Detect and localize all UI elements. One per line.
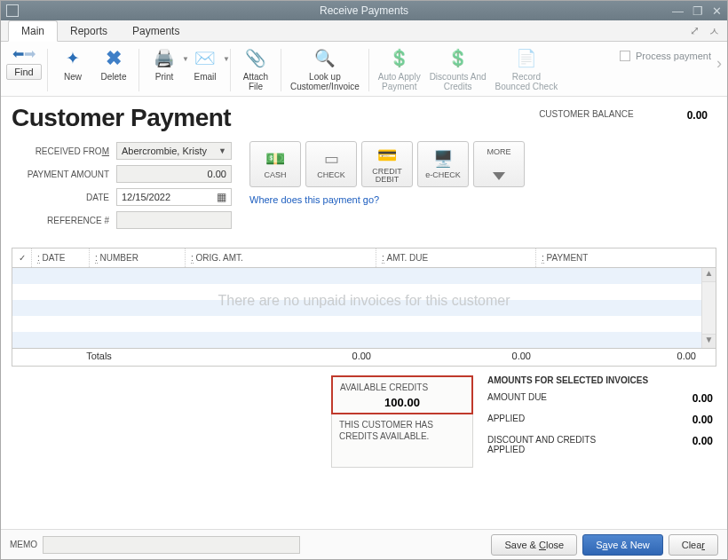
find-button[interactable]: Find (6, 64, 41, 80)
amounts-heading: AMOUNTS FOR SELECTED INVOICES (487, 375, 713, 385)
pay-method-check[interactable]: ▭ CHECK (305, 141, 357, 187)
available-credits-box: AVAILABLE CREDITS 100.00 THIS CUSTOMER H… (331, 375, 473, 468)
col-check[interactable]: ✓ (12, 248, 32, 267)
collapse-icon[interactable]: ㅅ (708, 24, 720, 40)
more-label: MORE (487, 148, 511, 156)
credit-card-icon: 💳 (374, 146, 400, 165)
paperclip-icon: 📎 (245, 50, 266, 68)
sparkle-icon: ✦ (66, 50, 80, 68)
process-payment-checkbox[interactable] (620, 51, 630, 61)
process-payment-label: Process payment (636, 51, 711, 61)
applied-label: APPLIED (487, 414, 525, 426)
customer-balance-label: CUSTOMER BALANCE (539, 109, 634, 122)
check-icon: ▭ (318, 149, 344, 169)
attach-file-label: Attach File (243, 72, 268, 91)
chevron-down-icon: ▼ (218, 146, 226, 155)
next-arrow-icon[interactable]: ➡ (24, 45, 36, 62)
record-bounced-check-button[interactable]: 📄 Record Bounced Check (492, 45, 562, 93)
minimize-icon[interactable]: — (672, 4, 684, 18)
auto-apply-icon: 💲 (389, 50, 410, 68)
date-input[interactable]: 12/15/2022 ▦ (116, 188, 232, 206)
window-menu-icon[interactable] (6, 4, 19, 17)
scroll-up-icon[interactable]: ▲ (702, 268, 716, 282)
discount-credits-applied-value: 0.00 (692, 435, 713, 454)
echeck-icon: 🖥️ (430, 149, 456, 169)
pay-method-credit[interactable]: 💳 CREDIT DEBIT (361, 141, 413, 187)
delete-button[interactable]: ✖ Delete (94, 45, 133, 83)
pay-method-more[interactable]: MORE (473, 141, 525, 187)
grid-scrollbar[interactable]: ▲ ▼ (701, 268, 716, 348)
memo-label: MEMO (10, 540, 37, 549)
pay-method-cash[interactable]: 💵 CASH (249, 141, 301, 187)
amount-due-label: AMOUNT DUE (487, 392, 547, 405)
discount-credits-applied-label: DISCOUNT AND CREDITS APPLIED (487, 435, 621, 454)
tabbar: Main Reports Payments ⤢ ㅅ (1, 20, 727, 42)
save-new-button[interactable]: Save & New (582, 534, 663, 556)
memo-input[interactable] (43, 536, 300, 554)
available-credits-value: 100.00 (340, 396, 464, 409)
toolbar-scroll-right-icon[interactable]: › (716, 45, 722, 73)
reference-input[interactable] (116, 211, 232, 229)
cash-icon: 💵 (262, 149, 289, 169)
cash-label: CASH (264, 171, 286, 179)
col-payment[interactable]: : PAYMENT (536, 248, 716, 267)
maximize-icon[interactable]: ❐ (692, 4, 703, 18)
email-label: Email (194, 72, 216, 82)
printer-icon: 🖨️ (154, 50, 175, 68)
toolbar: ⬅ ➡ Find ✦ New ✖ Delete 🖨️ ▼ Print ✉️ ▼ … (1, 42, 727, 97)
amounts-selected-box: AMOUNTS FOR SELECTED INVOICES AMOUNT DUE… (487, 375, 713, 468)
lookup-icon: 🔍 (314, 50, 336, 68)
save-close-button[interactable]: Save & Close (491, 534, 577, 556)
close-icon[interactable]: ✕ (712, 4, 722, 18)
date-value: 12/15/2022 (122, 192, 170, 202)
bounced-check-icon: 📄 (516, 50, 537, 68)
auto-apply-payment-button[interactable]: 💲 Auto Apply Payment (375, 45, 424, 93)
calendar-icon[interactable]: ▦ (217, 191, 226, 203)
bounced-label: Record Bounced Check (495, 72, 558, 91)
invoice-grid: ✓ : DATE : NUMBER : ORIG. AMT. : AMT. DU… (12, 248, 716, 349)
received-from-value: Abercrombie, Kristy (122, 146, 207, 156)
bottom-bar: MEMO Save & Close Save & New Clear (1, 529, 727, 559)
grid-body[interactable]: There are no unpaid invoices for this cu… (12, 268, 716, 348)
clear-button[interactable]: Clear (669, 534, 718, 556)
totals-label: Totals (12, 349, 186, 366)
payment-amount-value: 0.00 (208, 169, 226, 179)
discounts-credits-button[interactable]: 💲 Discounts And Credits (426, 45, 490, 93)
prev-arrow-icon[interactable]: ⬅ (12, 45, 24, 62)
email-button[interactable]: ✉️ ▼ Email (186, 45, 225, 83)
scroll-down-icon[interactable]: ▼ (702, 334, 716, 348)
col-date[interactable]: : DATE (32, 248, 90, 267)
fullscreen-icon[interactable]: ⤢ (690, 24, 700, 40)
payment-amount-input[interactable]: 0.00 (116, 165, 232, 183)
new-button[interactable]: ✦ New (53, 45, 92, 83)
window-title: Receive Payments (320, 4, 408, 17)
tab-main[interactable]: Main (8, 20, 58, 42)
payment-amount-label: PAYMENT AMOUNT (12, 170, 116, 179)
tab-reports[interactable]: Reports (58, 21, 120, 41)
discount-icon: 💲 (447, 50, 469, 68)
received-from-select[interactable]: Abercrombie, Kristy ▼ (116, 142, 232, 160)
col-orig-amt[interactable]: : ORIG. AMT. (186, 248, 376, 267)
lookup-customer-button[interactable]: 🔍 Look up Customer/Invoice (287, 45, 363, 93)
attach-file-button[interactable]: 📎 Attach File (236, 45, 275, 93)
new-label: New (64, 72, 82, 82)
col-number[interactable]: : NUMBER (90, 248, 186, 267)
available-credits-label: AVAILABLE CREDITS (340, 383, 464, 392)
payment-destination-link[interactable]: Where does this payment go? (249, 194, 379, 205)
amount-due-value: 0.00 (692, 392, 713, 405)
print-button[interactable]: 🖨️ ▼ Print (145, 45, 184, 83)
tab-payments[interactable]: Payments (120, 21, 192, 41)
delete-x-icon: ✖ (106, 48, 122, 69)
received-from-label: RECEIVED FROM (12, 146, 116, 156)
totals-orig: 0.00 (186, 349, 376, 366)
grid-header: ✓ : DATE : NUMBER : ORIG. AMT. : AMT. DU… (12, 248, 716, 268)
totals-payment: 0.00 (536, 349, 716, 366)
totals-due: 0.00 (376, 349, 536, 366)
email-dropdown-icon[interactable]: ▼ (223, 56, 230, 64)
discounts-label: Discounts And Credits (430, 72, 487, 91)
more-arrow-icon (493, 172, 505, 180)
reference-label: REFERENCE # (12, 216, 116, 225)
pay-method-echeck[interactable]: 🖥️ e-CHECK (417, 141, 469, 187)
applied-value: 0.00 (692, 414, 713, 426)
col-amt-due[interactable]: : AMT. DUE (376, 248, 536, 267)
